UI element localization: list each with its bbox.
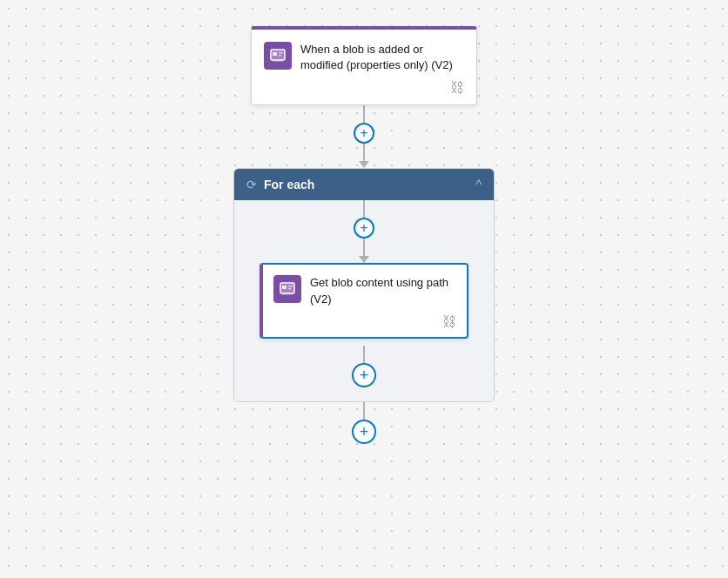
- bottom-connector: +: [352, 402, 376, 444]
- add-step-inside-foreach-button[interactable]: +: [352, 363, 376, 387]
- link-icon: ⛓: [450, 80, 464, 96]
- blob-trigger-icon: [264, 42, 292, 70]
- foreach-collapse-button[interactable]: ^: [475, 178, 482, 192]
- trigger-card-title: When a blob is added or modified (proper…: [300, 42, 464, 73]
- svg-rect-9: [288, 288, 291, 290]
- inner-arrow: [359, 256, 369, 263]
- foreach-bottom-line: [363, 346, 365, 363]
- foreach-container: ⟳ For each ^ +: [233, 168, 495, 401]
- trigger-card-footer: ⛓: [264, 80, 464, 96]
- foreach-loop-icon: ⟳: [246, 178, 257, 192]
- svg-rect-8: [288, 286, 293, 287]
- action-card[interactable]: Get blob content using path (V2) ⛓: [260, 263, 468, 338]
- add-step-after-foreach-button[interactable]: +: [352, 420, 376, 444]
- blob-action-icon: [273, 275, 301, 303]
- action-link-icon: ⛓: [442, 314, 456, 330]
- action-card-header: Get blob content using path (V2): [273, 275, 456, 306]
- trigger-card[interactable]: When a blob is added or modified (proper…: [251, 26, 477, 105]
- arrow-1: [359, 161, 369, 168]
- foreach-header[interactable]: ⟳ For each ^: [234, 169, 494, 200]
- svg-rect-4: [279, 55, 281, 57]
- connector-1: +: [354, 105, 374, 168]
- inner-line-2: [363, 239, 365, 256]
- foreach-title: For each: [264, 178, 314, 192]
- add-inner-step-button[interactable]: +: [354, 218, 374, 239]
- inner-connector-1: +: [354, 200, 374, 263]
- svg-rect-3: [279, 52, 283, 54]
- action-card-footer: ⛓: [273, 314, 456, 330]
- action-card-title: Get blob content using path (V2): [310, 275, 456, 306]
- connector-line-2: [363, 144, 365, 161]
- inner-line-1: [363, 200, 365, 218]
- trigger-card-header: When a blob is added or modified (proper…: [264, 42, 464, 73]
- foreach-header-left: ⟳ For each: [246, 178, 314, 192]
- foreach-bottom-connector: +: [352, 339, 376, 387]
- bottom-line-1: [363, 402, 365, 420]
- add-step-button-1[interactable]: +: [354, 123, 374, 144]
- svg-rect-7: [282, 286, 286, 289]
- svg-rect-2: [273, 52, 277, 56]
- workflow-canvas: When a blob is added or modified (proper…: [0, 0, 728, 578]
- connector-line-1: [363, 105, 365, 123]
- foreach-body: + G: [234, 200, 494, 400]
